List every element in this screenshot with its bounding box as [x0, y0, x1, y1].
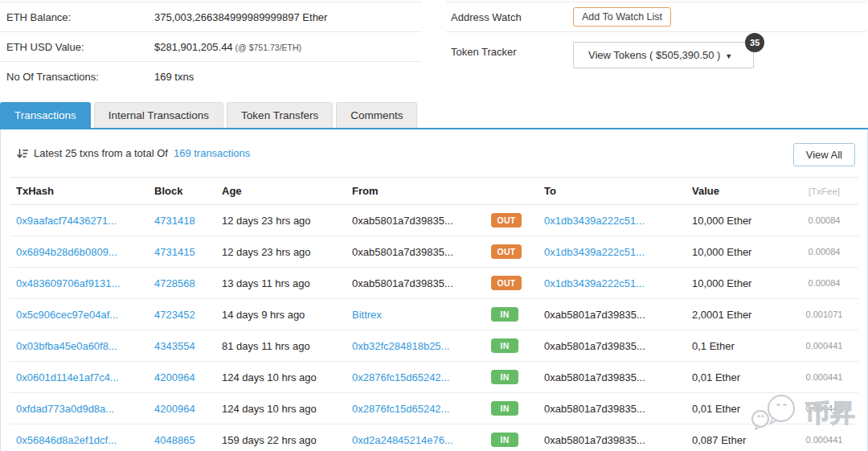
block-cell: 4048865 [148, 424, 215, 451]
direction-cell: IN [485, 393, 538, 424]
txhash-cell: 0x0601d114e1af7c4... [10, 362, 148, 393]
from-cell: 0x2876fc15d65242... [346, 393, 485, 424]
header-txhash: TxHash [10, 178, 148, 205]
token-dropdown-wrap: View Tokens ( $505,390.50 )▼ 35 [573, 42, 754, 68]
txfee-cell: 0.001071 [790, 299, 858, 330]
to-cell: 0xab5801a7d39835... [538, 393, 686, 424]
block-link[interactable]: 4723452 [154, 309, 195, 321]
eth-balance-value: 375,003,266384999989999897 Ether [154, 11, 327, 23]
summary-right-column: Address Watch Add To Watch List Token Tr… [446, 2, 866, 92]
block-link[interactable]: 4728568 [154, 277, 195, 289]
txhash-link[interactable]: 0x483609706af9131... [16, 277, 120, 289]
txhash-link[interactable]: 0x6894b28d6b0809... [16, 246, 117, 258]
from-cell: 0x2876fc15d65242... [346, 362, 485, 393]
txfee-text: 0.001071 [806, 310, 843, 319]
direction-badge: IN [491, 433, 518, 447]
to-address-link[interactable]: 0x1db3439a222c51... [544, 246, 645, 258]
age-cell: 124 days 10 hrs ago [215, 393, 346, 424]
to-address-text: 0xab5801a7d39835... [544, 371, 645, 383]
block-link[interactable]: 4343554 [154, 340, 195, 352]
table-row: 0x9aafacf74436271...473141812 days 23 hr… [10, 205, 858, 236]
direction-badge: OUT [491, 276, 522, 290]
to-cell: 0xab5801a7d39835... [538, 424, 686, 451]
view-tokens-dropdown[interactable]: View Tokens ( $505,390.50 )▼ [573, 42, 754, 68]
txfee-cell: 0.000441 [790, 362, 858, 393]
to-address-text: 0xab5801a7d39835... [544, 403, 645, 415]
to-address-text: 0xab5801a7d39835... [544, 434, 645, 446]
from-cell: 0xd2a24845214e76... [346, 424, 485, 451]
tab-comments[interactable]: Comments [336, 102, 417, 128]
age-cell: 12 days 23 hrs ago [215, 205, 346, 236]
txhash-link[interactable]: 0x5c906cec97e04af... [16, 309, 118, 321]
txfee-text: 0.000441 [806, 341, 843, 351]
token-tracker-row: Token Tracker View Tokens ( $505,390.50 … [446, 32, 866, 71]
txfee-cell: 0.00084 [790, 205, 858, 236]
txhash-link[interactable]: 0x03bfba45e0a60f8... [16, 340, 117, 352]
tab-transactions[interactable]: Transactions [0, 102, 91, 128]
direction-cell: OUT [485, 236, 538, 268]
block-cell: 4200964 [148, 393, 215, 424]
latest-txns-text: Latest 25 txns from a total Of [34, 147, 168, 159]
direction-badge: IN [491, 338, 518, 353]
summary-column-gap [422, 2, 446, 92]
age-text: 12 days 23 hrs ago [222, 215, 311, 227]
to-address-link[interactable]: 0x1db3439a222c51... [544, 215, 645, 227]
header-direction [485, 178, 538, 205]
block-link[interactable]: 4200964 [154, 371, 195, 383]
from-address-link[interactable]: 0xb32fc284818b25... [352, 340, 449, 352]
txhash-link[interactable]: 0x0601d114e1af7c4... [16, 371, 119, 383]
table-row: 0x5c906cec97e04af...472345214 days 9 hrs… [10, 299, 858, 330]
block-link[interactable]: 4731415 [154, 246, 195, 258]
txfee-text: 0.00084 [809, 215, 841, 225]
tx-count-value: 169 txns [154, 71, 194, 83]
value-cell: 2,0001 Ether [686, 299, 790, 330]
eth-balance-label: ETH Balance: [0, 11, 154, 23]
from-address-link[interactable]: Bittrex [352, 309, 382, 321]
header-to: To [538, 178, 686, 205]
value-cell: 0,087 Ether [686, 424, 790, 451]
add-to-watch-list-button[interactable]: Add To Watch List [573, 7, 671, 27]
block-cell: 4723452 [148, 299, 215, 330]
txfee-cell: 0.00084 [790, 268, 858, 299]
txfee-text: 0.000441 [806, 404, 843, 413]
summary-left-column: ETH Balance: 375,003,266384999989999897 … [0, 2, 422, 92]
transactions-panel: Latest 25 txns from a total Of 169 trans… [0, 129, 868, 451]
from-cell: 0xab5801a7d39835... [346, 268, 485, 299]
from-address-link[interactable]: 0xd2a24845214e76... [352, 434, 453, 446]
to-cell: 0x1db3439a222c51... [538, 236, 686, 268]
to-address-link[interactable]: 0x1db3439a222c51... [544, 277, 645, 289]
from-cell: 0xb32fc284818b25... [346, 330, 485, 362]
transactions-table: TxHash Block Age From To Value [TxFee] 0… [10, 177, 858, 451]
direction-cell: OUT [485, 268, 538, 299]
table-row: 0x03bfba45e0a60f8...434355481 days 11 hr… [10, 330, 858, 362]
tab-token-transfers[interactable]: Token Transfers [227, 102, 333, 128]
age-text: 124 days 10 hrs ago [222, 403, 317, 415]
value-text: 2,0001 Ether [692, 309, 751, 321]
age-text: 81 days 11 hrs ago [222, 340, 310, 352]
from-address-link[interactable]: 0x2876fc15d65242... [352, 371, 449, 383]
txhash-cell: 0x56846d8a2ef1dcf... [10, 424, 148, 451]
view-all-button[interactable]: View All [793, 143, 855, 166]
txhash-link[interactable]: 0xfdad773a0d9d8a... [16, 403, 114, 415]
age-text: 13 days 11 hrs ago [222, 277, 310, 289]
block-link[interactable]: 4048865 [154, 434, 195, 446]
age-cell: 159 days 22 hrs ago [215, 424, 346, 451]
total-transactions-link[interactable]: 169 transactions [174, 147, 250, 159]
token-tracker-label: Token Tracker [446, 46, 573, 58]
value-cell: 0,1 Ether [686, 330, 790, 362]
age-text: 159 days 22 hrs ago [222, 434, 317, 446]
block-link[interactable]: 4731418 [154, 215, 195, 227]
tab-internal-transactions[interactable]: Internal Transactions [94, 102, 223, 128]
txhash-link[interactable]: 0x9aafacf74436271... [16, 215, 117, 227]
block-cell: 4731418 [148, 205, 215, 236]
direction-badge: IN [491, 401, 518, 416]
value-text: 0,01 Ether [692, 403, 740, 415]
from-address-link[interactable]: 0x2876fc15d65242... [352, 403, 449, 415]
age-cell: 81 days 11 hrs ago [215, 330, 346, 362]
to-cell: 0xab5801a7d39835... [538, 362, 686, 393]
table-row: 0x483609706af9131...472856813 days 11 hr… [10, 268, 858, 299]
value-text: 0,01 Ether [692, 371, 740, 383]
txhash-link[interactable]: 0x56846d8a2ef1dcf... [16, 434, 117, 446]
block-link[interactable]: 4200964 [154, 403, 195, 415]
txfee-text: 0.000441 [806, 435, 843, 445]
